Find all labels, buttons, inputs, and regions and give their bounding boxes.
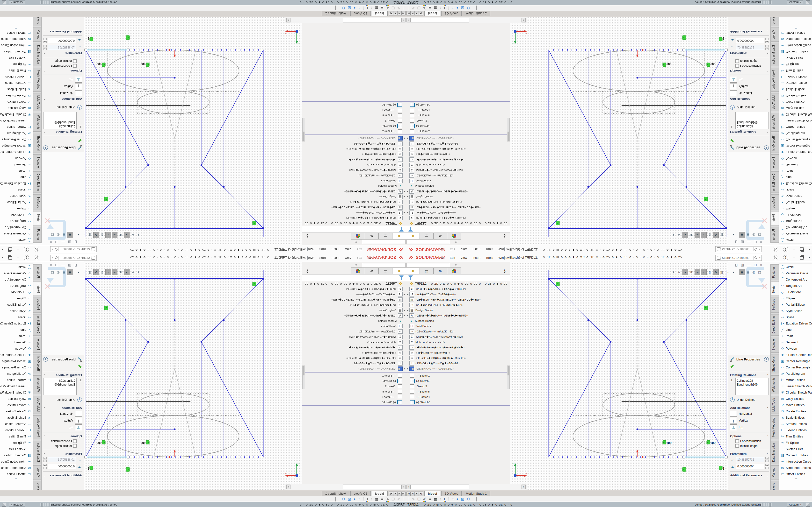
- minimize-button[interactable]: –: [793, 255, 795, 260]
- tree-vertical-scrollbar[interactable]: [302, 118, 305, 142]
- tab-propertymanager[interactable]: ▤: [420, 232, 434, 239]
- tool-item-tangent-arc[interactable]: ◠Tangent Arc: [779, 218, 812, 225]
- prev-tab-icon[interactable]: ◀: [397, 492, 401, 496]
- relations-listbox[interactable]: Collinear108Equal length109: [735, 378, 769, 395]
- next-tab-icon[interactable]: ▶: [393, 492, 397, 496]
- expand-arrow-icon[interactable]: ▶: [403, 315, 406, 317]
- collapse-chevron-icon[interactable]: ⌃: [767, 131, 769, 133]
- rollback-bar[interactable]: [302, 101, 406, 102]
- tool-item-tangent-arc[interactable]: ◠Tangent Arc: [0, 282, 33, 289]
- tab-markup[interactable]: Markup: [33, 465, 41, 480]
- tool-item-fit-spline[interactable]: ∿Fit Spline: [0, 439, 33, 446]
- panel-help-icon[interactable]: ?: [43, 146, 48, 150]
- view-curves-icon[interactable]: ∿: [695, 232, 700, 238]
- spline-ink-icon[interactable]: ↕: [370, 497, 372, 501]
- tab-configurationmanager[interactable]: ⊕: [434, 268, 447, 275]
- tree-item-sketch[interactable]: (-)Sketch1: [302, 373, 406, 378]
- tree-item-sketch[interactable]: Sketch3: [302, 118, 406, 123]
- scroll-left-icon[interactable]: ◀: [406, 485, 411, 489]
- panel-splitter-dot[interactable]: [455, 241, 457, 243]
- tree-item-sketch[interactable]: Sketch3: [302, 384, 406, 389]
- tree-filter-bar[interactable]: [406, 226, 510, 233]
- tool-item-scale-entities[interactable]: ↘Scale Entities: [0, 87, 33, 93]
- view-3d-sketch-icon[interactable]: 3D: [118, 269, 123, 275]
- tab-mesh-modeling[interactable]: Mesh Modeling: [771, 68, 779, 92]
- prev-tab-icon[interactable]: ◀: [411, 11, 415, 15]
- tree-vertical-scrollbar[interactable]: [302, 365, 305, 389]
- tab-surfaces[interactable]: Surfaces: [771, 297, 779, 313]
- expand-arrow-icon[interactable]: ▶: [406, 315, 409, 317]
- length-spinner[interactable]: [43, 457, 47, 462]
- tree-item[interactable]: ▱○·◉✚○Ж◉I○∘○I◉Ж○✚◉·○: [406, 350, 510, 355]
- tool-item-point[interactable]: ▪Point: [0, 168, 33, 174]
- minimize-button[interactable]: –: [17, 255, 19, 260]
- folder-check-icon[interactable]: ▧: [461, 497, 464, 501]
- tool-item-style-spline[interactable]: ∿Style Spline: [779, 307, 812, 314]
- tab-sketch[interactable]: Sketch: [771, 212, 779, 225]
- collapse-chevron-icon[interactable]: ⌃: [767, 374, 769, 377]
- tab-data-migration[interactable]: Data Migration: [33, 43, 41, 66]
- world-clock-icon[interactable]: ◕: [354, 497, 356, 501]
- relation-badge-parallel[interactable]: ∕: [682, 467, 686, 471]
- scroll-right-icon[interactable]: ▶: [286, 18, 291, 22]
- tool-item-extend-entities[interactable]: ⊢Extend Entities: [0, 74, 33, 80]
- first-tab-icon[interactable]: |◀: [401, 492, 406, 496]
- collapse-chevron-icon[interactable]: ⌃: [43, 407, 45, 409]
- tool-item-silhouette-entities[interactable]: ▧Silhouette Entities: [779, 36, 812, 43]
- spline-ink-icon[interactable]: ↕: [370, 6, 372, 10]
- tree-item-sketch[interactable]: (-)Sketch5: [302, 113, 406, 118]
- tile-left-icon[interactable]: ◧: [735, 263, 738, 267]
- tool-item-mirror-entities[interactable]: ⊩Mirror Entities: [779, 124, 812, 130]
- tree-item-sketch[interactable]: (-)Sketch6: [302, 102, 406, 107]
- tool-item-rotate-entities[interactable]: ↻Rotate Entities: [0, 93, 33, 99]
- tab-mold-tools[interactable]: Mold Tools: [771, 93, 779, 111]
- ok-checkmark-icon[interactable]: ✔: [730, 137, 771, 144]
- menu-item-view[interactable]: View: [345, 256, 352, 260]
- menu-item-tools[interactable]: Tools: [486, 248, 493, 251]
- toolbar-grip[interactable]: [408, 6, 409, 10]
- doc-tab-3d-views[interactable]: 3D Views: [350, 11, 371, 16]
- tool-item-linear-sketch-pattern[interactable]: ⠿Linear Sketch Pattern: [779, 383, 812, 389]
- rollback-bar[interactable]: [406, 101, 510, 102]
- tree-item[interactable]: ◷○25♟◉25И3Ɛ25○∘○25Ɛ3И52◉♟52○: [302, 302, 406, 307]
- expand-arrow-icon[interactable]: ▶: [403, 368, 406, 370]
- tool-item-polygon[interactable]: ◇Polygon: [0, 156, 33, 162]
- panel-splitter-dot[interactable]: [355, 241, 357, 243]
- dimension-109-right[interactable]: ≡ 109: [707, 440, 716, 445]
- tool-item-perimeter-circle[interactable]: ◌Perimeter Circle: [0, 270, 33, 276]
- tree-item-sketch[interactable]: (-)Sketch5: [406, 389, 510, 394]
- tree-item[interactable]: ▥○25✚3Ɛ25○И◉∘✚ƆƆƐИ3Ɛ25○∘○25Ɛ3ИƆƆ✚∘◉И○: [406, 297, 510, 302]
- tool-item-linear-sketch-pattern[interactable]: ⠿Linear Sketch Pattern: [779, 118, 812, 124]
- help-icon[interactable]: ?: [783, 255, 788, 260]
- doc-tab-motion-study-1[interactable]: Motion Study 1: [462, 491, 490, 496]
- tool-item-convert-entities[interactable]: ◨Convert Entities: [0, 452, 33, 458]
- tab-configurationmanager[interactable]: ⊕: [365, 268, 378, 275]
- tool-item-3-point-center-recta-[interactable]: ◈3 Point Center Recta...: [0, 351, 33, 358]
- view-dropdown-icon[interactable]: ▾: [76, 232, 81, 238]
- relations-listbox[interactable]: Collinear108Equal length109: [43, 378, 77, 395]
- tree-item[interactable]: ◗Surface Bodies: [406, 318, 510, 324]
- graphics-viewport[interactable]: ∕ ∕ ∕ 3 ≡ 109 ≡ 109: [510, 262, 728, 490]
- tool-item-corner-rectangle[interactable]: ▭Corner Rectangle: [0, 137, 33, 143]
- view-3d-sketch-icon[interactable]: 3D: [118, 232, 123, 238]
- panel-splitter-dot[interactable]: [455, 264, 457, 266]
- paintbrush-icon[interactable]: ✐: [386, 497, 389, 501]
- tree-item[interactable]: ⊥○ИИ∘∂G∘♟◉X○∘○X◉♟∘G∂∘ИИ○: [302, 361, 406, 366]
- tree-item[interactable]: ▶▤Design Binder: [406, 194, 510, 200]
- tool-item-trim-entities[interactable]: ✂Trim Entities: [779, 68, 812, 74]
- tool-item-spline[interactable]: ∾Spline: [0, 314, 33, 320]
- tool-item-fit-spline[interactable]: ∿Fit Spline: [0, 61, 33, 68]
- tree-item[interactable]: ▥○25✚3Ɛ25○И◉∘✚ƆƆƐИ3Ɛ25○∘○25Ɛ3ИƆƆ✚∘◉И○: [302, 205, 406, 210]
- pages-icon[interactable]: ❏: [392, 6, 395, 10]
- collapse-chevron-icon[interactable]: ⌃: [43, 52, 45, 55]
- tool-item-style-spline[interactable]: ∿Style Spline: [0, 193, 33, 200]
- tool-item-equation-driven-curve[interactable]: ƒxEquation Driven Curve: [779, 181, 812, 187]
- tool-item-equation-driven-curve[interactable]: ƒxEquation Driven Curve: [0, 181, 33, 187]
- tab-features[interactable]: Features: [771, 264, 779, 280]
- vertical-relation-button[interactable]: |: [730, 418, 737, 424]
- toolbar-grip[interactable]: [408, 497, 409, 501]
- ruler-icon[interactable]: ⊾: [130, 232, 135, 238]
- tree-item[interactable]: ▱○✚Ɔs∂G∘♟○Ж◉I○∘○I◉Ж○♟∘G∂sƆ✚○: [406, 355, 510, 361]
- exit-sketch-icon[interactable]: [48, 267, 66, 287]
- tree-item[interactable]: ▱○✚ИИ◉♟+○Ж◉I○∘○I◉Ж○+♟◉ИИ✚○: [406, 345, 510, 350]
